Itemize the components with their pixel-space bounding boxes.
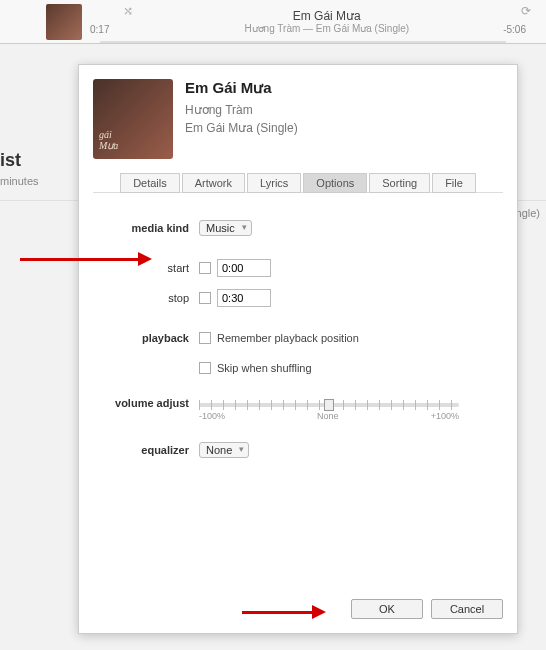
player-bar: 0:17 Em Gái Mưa Hương Tràm — Em Gái Mưa … [0,0,546,44]
label-playback: playback [99,332,199,344]
equalizer-select[interactable]: None [199,442,249,458]
label-stop: stop [99,292,199,304]
ok-button[interactable]: OK [351,599,423,619]
stop-checkbox[interactable] [199,292,211,304]
now-playing-title: Em Gái Mưa [117,9,536,23]
remember-position-label: Remember playback position [217,332,359,344]
tab-lyrics[interactable]: Lyrics [247,173,301,193]
now-playing-artwork [46,4,82,40]
volume-slider-thumb[interactable] [324,399,334,411]
sidebar-fragment: ist minutes [0,150,39,187]
skip-shuffle-label: Skip when shuffling [217,362,312,374]
seek-track[interactable] [100,41,506,43]
song-info-dialog: Em Gái Mưa Hương Tràm Em Gái Mưa (Single… [78,64,518,634]
tab-file[interactable]: File [432,173,476,193]
media-kind-select[interactable]: Music [199,220,252,236]
shuffle-icon[interactable]: ⤭ [120,4,136,18]
start-time-input[interactable] [217,259,271,277]
dialog-artwork [93,79,173,159]
slider-min-label: -100% [199,411,225,421]
volume-slider[interactable] [199,403,459,407]
dialog-tabs: Details Artwork Lyrics Options Sorting F… [93,173,503,193]
dialog-artist: Hương Tràm [185,101,298,119]
tab-options[interactable]: Options [303,173,367,193]
repeat-icon[interactable]: ⟳ [518,4,534,18]
tab-details[interactable]: Details [120,173,180,193]
dialog-title: Em Gái Mưa [185,79,298,97]
skip-shuffle-checkbox[interactable] [199,362,211,374]
time-elapsed: 0:17 [90,24,109,35]
start-checkbox[interactable] [199,262,211,274]
slider-mid-label: None [317,411,339,421]
remember-position-checkbox[interactable] [199,332,211,344]
tab-sorting[interactable]: Sorting [369,173,430,193]
cancel-button[interactable]: Cancel [431,599,503,619]
stop-time-input[interactable] [217,289,271,307]
label-start: start [99,262,199,274]
dialog-album: Em Gái Mưa (Single) [185,119,298,137]
tab-artwork[interactable]: Artwork [182,173,245,193]
label-media-kind: media kind [99,222,199,234]
time-remaining: -5:06 [503,24,526,35]
slider-max-label: +100% [431,411,459,421]
label-equalizer: equalizer [99,444,199,456]
label-volume-adjust: volume adjust [99,397,199,409]
now-playing-subtitle: Hương Tràm — Em Gái Mưa (Single) [117,23,536,34]
